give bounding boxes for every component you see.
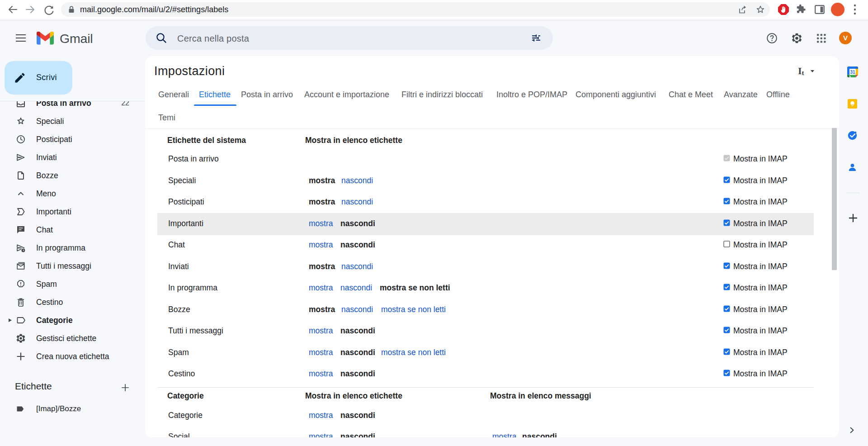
svg-text:31: 31: [850, 70, 855, 75]
